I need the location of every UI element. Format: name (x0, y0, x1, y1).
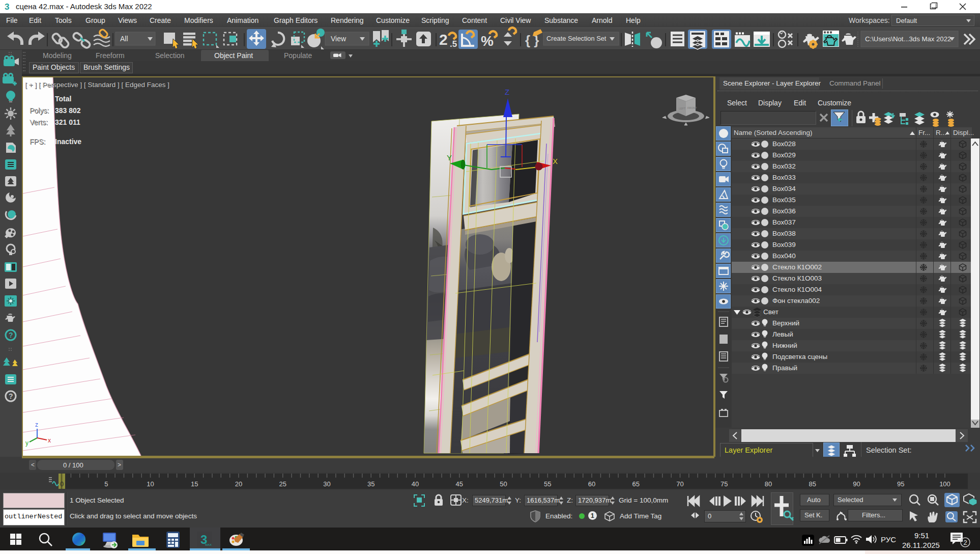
svg-text:y: y (25, 439, 28, 447)
svg-text:95: 95 (897, 480, 904, 488)
svg-text:25: 25 (279, 480, 286, 488)
svg-text:80: 80 (765, 480, 772, 488)
svg-text:15: 15 (191, 480, 198, 488)
svg-text:C:\Users\Not...3ds Max 2022: C:\Users\Not...3ds Max 2022 (865, 35, 951, 43)
svg-text:X: X (553, 157, 558, 165)
svg-text:65: 65 (632, 480, 640, 488)
svg-text:35: 35 (367, 480, 374, 488)
svg-text:60: 60 (588, 480, 595, 488)
svg-text:45: 45 (456, 480, 463, 488)
svg-text:Z: Z (505, 88, 509, 96)
svg-text:20: 20 (235, 480, 242, 488)
svg-text:0: 0 (60, 480, 64, 488)
svg-text:55: 55 (544, 480, 551, 488)
svg-text:75: 75 (720, 480, 728, 488)
svg-text:x: x (48, 437, 51, 444)
svg-text:?: ? (9, 392, 13, 400)
svg-text:LEFT: LEFT (679, 107, 686, 110)
svg-text:FRONT: FRONT (687, 106, 698, 109)
svg-text:100: 100 (939, 480, 950, 488)
svg-text:2: 2 (964, 539, 967, 546)
svg-text:50: 50 (500, 480, 507, 488)
svg-text:70: 70 (676, 480, 683, 488)
svg-text:30: 30 (323, 480, 330, 488)
svg-text:40: 40 (412, 480, 419, 488)
svg-text:MAX: MAX (205, 543, 212, 546)
svg-text:?: ? (9, 331, 13, 339)
svg-text:Y: Y (447, 153, 452, 162)
svg-text:85: 85 (809, 480, 816, 488)
svg-text:3: 3 (5, 2, 9, 12)
svg-text:5: 5 (104, 480, 108, 488)
svg-text:10: 10 (147, 480, 154, 488)
svg-text:z: z (35, 421, 38, 428)
svg-text:90: 90 (853, 480, 860, 488)
